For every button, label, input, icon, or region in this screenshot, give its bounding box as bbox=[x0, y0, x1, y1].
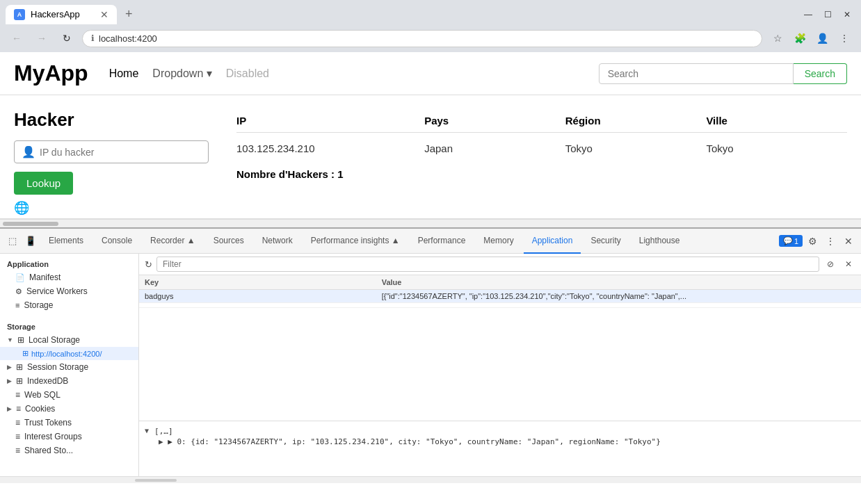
hacker-count: Nombre d'Hackers : 1 bbox=[236, 168, 847, 180]
filter-input[interactable] bbox=[156, 257, 819, 272]
localhost-label: http://localhost:4200/ bbox=[31, 350, 102, 358]
sidebar-item-interest-groups[interactable]: ≡ Interest Groups bbox=[0, 430, 138, 444]
cookies-icon: ≡ bbox=[16, 404, 21, 414]
col-pays: Pays bbox=[424, 115, 565, 127]
sidebar-storage-label: Storage bbox=[0, 320, 138, 333]
local-storage-icon: ⊞ bbox=[17, 335, 24, 345]
globe-icon: 🌐 bbox=[14, 200, 209, 216]
bottom-scrollbar-thumb[interactable] bbox=[135, 479, 177, 482]
sidebar-item-web-sql[interactable]: ≡ Web SQL bbox=[0, 388, 138, 402]
close-button[interactable]: ✕ bbox=[839, 6, 855, 23]
hacker-section: Hacker 👤 Lookup 🌐 bbox=[14, 109, 209, 216]
sidebar-item-trust-tokens[interactable]: ≡ Trust Tokens bbox=[0, 416, 138, 430]
session-storage-label: Session Storage bbox=[27, 362, 88, 372]
tab-performance-insights[interactable]: Performance insights ▲ bbox=[303, 229, 408, 254]
sidebar-application-label: Application bbox=[0, 258, 138, 270]
preview-item-row: ▶ ▶ 0: {id: "1234567AZERTY", ip: "103.12… bbox=[145, 437, 855, 446]
expand-session-arrow: ▶ bbox=[7, 364, 12, 371]
devtools-device-button[interactable]: 📱 bbox=[22, 233, 39, 250]
filter-refresh-button[interactable]: ↻ bbox=[145, 259, 152, 270]
reload-button[interactable]: ↻ bbox=[57, 29, 77, 48]
profile-icon[interactable]: 👤 bbox=[812, 29, 832, 48]
sidebar-item-service-workers[interactable]: ⚙ Service Workers bbox=[0, 284, 138, 298]
devtools-panel: ⬚ 📱 Elements Console Recorder ▲ Sources … bbox=[0, 227, 861, 483]
address-bar[interactable]: ℹ localhost:4200 bbox=[82, 30, 762, 47]
tab-favicon: A bbox=[14, 9, 25, 20]
sidebar-storage-section: Storage ▼ ⊞ Local Storage ⊞ http://local… bbox=[0, 316, 138, 462]
devtools-inspect-button[interactable]: ⬚ bbox=[4, 233, 21, 250]
filter-clear-button[interactable]: ✕ bbox=[842, 257, 855, 271]
col-region: Région bbox=[565, 115, 707, 127]
search-button[interactable]: Search bbox=[794, 63, 847, 84]
sidebar-item-indexed-db[interactable]: ▶ ⊞ IndexedDB bbox=[0, 374, 138, 388]
tab-sources[interactable]: Sources bbox=[205, 229, 252, 254]
expand-indexed-arrow: ▶ bbox=[7, 377, 12, 384]
tab-application[interactable]: Application bbox=[524, 229, 581, 254]
forward-button[interactable]: → bbox=[32, 29, 51, 48]
hacker-title: Hacker bbox=[14, 109, 209, 131]
browser-chrome: A HackersApp ✕ + — ☐ ✕ ← → ↻ ℹ localhost… bbox=[0, 0, 861, 52]
tab-security[interactable]: Security bbox=[582, 229, 629, 254]
filter-bar: ↻ ⊘ ✕ bbox=[139, 254, 861, 275]
menu-icon[interactable]: ⋮ bbox=[835, 29, 854, 48]
tab-lighthouse[interactable]: Lighthouse bbox=[631, 229, 689, 254]
search-area: Search bbox=[599, 63, 847, 84]
table-row[interactable]: badguys [{"id":"1234567AZERTY", "ip":"10… bbox=[139, 290, 861, 303]
sidebar-item-shared-storage[interactable]: ≡ Shared Sto... bbox=[0, 444, 138, 457]
tab-elements[interactable]: Elements bbox=[40, 229, 92, 254]
preview-item-text: ▶ 0: {id: "1234567AZERTY", ip: "103.125.… bbox=[168, 437, 661, 446]
localhost-icon: ⊞ bbox=[22, 349, 29, 358]
row-pays: Japan bbox=[424, 143, 565, 154]
tab-console[interactable]: Console bbox=[93, 229, 140, 254]
ip-input[interactable] bbox=[40, 147, 201, 158]
maximize-button[interactable]: ☐ bbox=[819, 6, 836, 23]
scrollbar-thumb[interactable] bbox=[3, 222, 58, 226]
storage-icon: ≡ bbox=[15, 301, 19, 309]
bookmark-icon[interactable]: ☆ bbox=[768, 29, 787, 48]
dropdown-arrow: ▾ bbox=[207, 67, 212, 79]
sidebar-sub-localhost[interactable]: ⊞ http://localhost:4200/ bbox=[0, 347, 138, 360]
trust-tokens-icon: ≡ bbox=[15, 418, 20, 428]
interest-groups-icon: ≡ bbox=[15, 432, 20, 441]
sidebar-item-manifest[interactable]: 📄 Manifest bbox=[0, 270, 138, 284]
app-navbar: MyApp Home Dropdown ▾ Disabled Search bbox=[0, 52, 861, 95]
browser-tab[interactable]: A HackersApp ✕ bbox=[6, 5, 117, 24]
tab-recorder[interactable]: Recorder ▲ bbox=[142, 229, 204, 254]
preview-expand-arrow[interactable]: ▼ bbox=[145, 427, 149, 434]
back-button[interactable]: ← bbox=[7, 29, 26, 48]
devtools-close-button[interactable]: ✕ bbox=[840, 233, 857, 250]
tab-performance[interactable]: Performance bbox=[410, 229, 474, 254]
session-storage-icon: ⊞ bbox=[16, 362, 23, 372]
nav-icons: ☆ 🧩 👤 ⋮ bbox=[768, 29, 854, 48]
service-workers-label: Service Workers bbox=[26, 286, 88, 296]
devtools-settings-button[interactable]: ⚙ bbox=[804, 233, 821, 250]
preview-item-expand-arrow[interactable]: ▶ bbox=[159, 437, 163, 446]
console-badge[interactable]: 💬 1 bbox=[779, 235, 803, 247]
tab-network[interactable]: Network bbox=[254, 229, 301, 254]
app-area: MyApp Home Dropdown ▾ Disabled Search Ha… bbox=[0, 52, 861, 219]
extension-icon[interactable]: 🧩 bbox=[790, 29, 810, 48]
filter-block-icon[interactable]: ⊘ bbox=[823, 257, 837, 271]
sidebar-item-session-storage[interactable]: ▶ ⊞ Session Storage bbox=[0, 360, 138, 374]
nav-home-link[interactable]: Home bbox=[109, 67, 139, 80]
minimize-button[interactable]: — bbox=[800, 6, 816, 23]
indexed-db-label: IndexedDB bbox=[27, 376, 68, 386]
new-tab-button[interactable]: + bbox=[120, 4, 138, 24]
ip-input-row: 👤 bbox=[14, 140, 209, 163]
devtools-more-button[interactable]: ⋮ bbox=[822, 233, 839, 250]
cookies-label: Cookies bbox=[25, 404, 55, 414]
tab-memory[interactable]: Memory bbox=[475, 229, 522, 254]
sidebar-item-storage[interactable]: ≡ Storage bbox=[0, 298, 138, 312]
nav-dropdown-link[interactable]: Dropdown ▾ bbox=[152, 67, 211, 80]
expand-cookies-arrow: ▶ bbox=[7, 405, 12, 412]
sidebar-item-local-storage[interactable]: ▼ ⊞ Local Storage bbox=[0, 333, 138, 347]
devtools-toolbar: ⬚ 📱 Elements Console Recorder ▲ Sources … bbox=[0, 229, 861, 254]
tab-close-button[interactable]: ✕ bbox=[100, 9, 108, 20]
search-input[interactable] bbox=[599, 63, 794, 84]
horizontal-scrollbar[interactable] bbox=[0, 219, 861, 227]
value-cell: [{"id":"1234567AZERTY", "ip":"103.125.23… bbox=[382, 292, 855, 300]
table-section: IP Pays Région Ville 103.125.234.210 Jap… bbox=[236, 109, 847, 216]
lookup-button[interactable]: Lookup bbox=[14, 172, 73, 195]
bottom-scrollbar[interactable] bbox=[0, 476, 861, 483]
sidebar-item-cookies[interactable]: ▶ ≡ Cookies bbox=[0, 402, 138, 416]
